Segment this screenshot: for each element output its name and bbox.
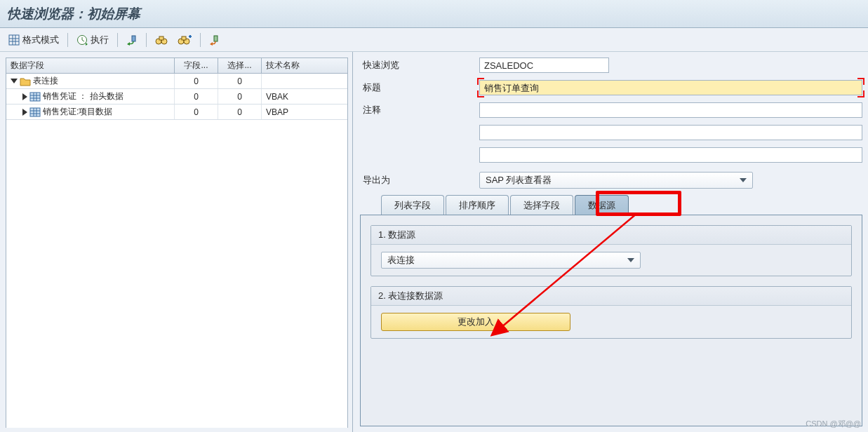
- grid-icon: [8, 34, 20, 46]
- cell: 0: [218, 74, 262, 88]
- tree-row[interactable]: 销售凭证 ： 抬头数据 0 0 VBAK: [6, 89, 347, 104]
- group-title: 2. 表连接数据源: [371, 287, 851, 306]
- col-data-field: 数据字段: [6, 58, 175, 73]
- chevron-down-icon: [740, 178, 747, 182]
- toolbar-separator: [117, 33, 118, 47]
- notes-label: 注释: [360, 104, 479, 116]
- cell: VBAP: [262, 104, 347, 119]
- cell: [262, 74, 347, 88]
- tab-data-source[interactable]: 数据源: [575, 195, 629, 215]
- svg-rect-9: [132, 36, 135, 41]
- notes-input-3[interactable]: [479, 147, 862, 163]
- expand-toggle-icon[interactable]: [22, 109, 27, 116]
- cell: VBAK: [262, 89, 347, 104]
- cell: 0: [218, 89, 262, 104]
- find-next-button[interactable]: [173, 31, 196, 49]
- svg-rect-0: [9, 35, 19, 45]
- svg-rect-12: [159, 36, 163, 40]
- tree-row[interactable]: 表连接 0 0: [6, 74, 347, 89]
- export-dropdown-value: SAP 列表查看器: [486, 174, 552, 187]
- back-button[interactable]: [122, 31, 142, 49]
- svg-rect-24: [30, 108, 40, 116]
- svg-rect-18: [214, 36, 218, 41]
- folder-icon: [20, 76, 31, 86]
- cell: 0: [175, 74, 218, 88]
- cell: 0: [175, 104, 218, 119]
- svg-rect-15: [182, 36, 186, 40]
- group-data-source: 1. 数据源 表连接: [370, 225, 852, 276]
- back-icon: [126, 34, 138, 46]
- tree-label: 销售凭证:项目数据: [43, 106, 112, 118]
- notes-input-1[interactable]: [479, 102, 862, 118]
- cell: 0: [218, 104, 262, 119]
- col-field: 字段...: [175, 58, 218, 73]
- tab-list-fields[interactable]: 列表字段: [381, 195, 444, 215]
- clock-execute-icon: [76, 34, 88, 46]
- watermark-text: CSDN @邓@@: [806, 419, 861, 429]
- tree-label: 销售凭证 ： 抬头数据: [43, 90, 123, 102]
- tab-select-fields[interactable]: 选择字段: [510, 195, 573, 215]
- group-title: 1. 数据源: [371, 226, 851, 245]
- execute-label: 执行: [91, 34, 109, 46]
- tabstrip: 列表字段 排序顺序 选择字段 数据源: [360, 195, 862, 215]
- title-field-input[interactable]: 销售订单查询: [479, 80, 862, 95]
- export-dropdown[interactable]: SAP 列表查看器: [479, 172, 753, 189]
- refresh-icon: [209, 34, 220, 46]
- col-techname: 技术名称: [262, 58, 347, 73]
- expand-toggle-icon[interactable]: [22, 93, 27, 100]
- tab-content: 1. 数据源 表连接 2. 表连接数据源 更改加入: [360, 215, 862, 426]
- field-tree-table[interactable]: 数据字段 字段... 选择... 技术名称 表连接 0 0: [6, 58, 348, 428]
- group-table-join: 2. 表连接数据源 更改加入: [370, 286, 852, 339]
- window-title: 快速浏览器：初始屏幕: [7, 5, 140, 23]
- right-panel: 快速浏览 ZSALEDOC 标题 销售订单查询 注释 导出为: [353, 52, 868, 432]
- cell: 0: [175, 89, 218, 104]
- left-panel: 数据字段 字段... 选择... 技术名称 表连接 0 0: [0, 52, 353, 432]
- refresh-button[interactable]: [205, 31, 225, 49]
- table-icon: [29, 107, 41, 117]
- toolbar-separator: [146, 33, 147, 47]
- quickview-value: ZSALEDOC: [479, 58, 609, 73]
- table-icon: [29, 92, 41, 102]
- data-source-dropdown[interactable]: 表连接: [381, 252, 641, 269]
- change-join-button[interactable]: 更改加入: [381, 313, 570, 331]
- highlight-bracket-icon: [477, 90, 484, 97]
- execute-button[interactable]: 执行: [72, 31, 113, 49]
- data-source-value: 表连接: [387, 254, 415, 266]
- tree-header: 数据字段 字段... 选择... 技术名称: [6, 58, 347, 74]
- format-mode-button[interactable]: 格式模式: [4, 31, 63, 49]
- tab-sort-order[interactable]: 排序顺序: [446, 195, 509, 215]
- col-select: 选择...: [218, 58, 262, 73]
- chevron-down-icon: [627, 258, 634, 262]
- highlight-bracket-icon: [477, 78, 484, 85]
- highlight-bracket-icon: [857, 78, 864, 85]
- tree-row[interactable]: 销售凭证:项目数据 0 0 VBAP: [6, 104, 347, 120]
- svg-marker-8: [86, 43, 88, 46]
- toolbar-separator: [67, 33, 68, 47]
- app-toolbar: 格式模式 执行: [0, 28, 868, 52]
- tree-label: 表连接: [33, 75, 58, 87]
- find-button[interactable]: [151, 31, 172, 49]
- window-titlebar: 快速浏览器：初始屏幕: [0, 0, 868, 28]
- expand-toggle-icon[interactable]: [11, 79, 18, 83]
- title-field-label: 标题: [360, 81, 479, 94]
- toolbar-separator: [200, 33, 201, 47]
- binoculars-plus-icon: [178, 34, 192, 46]
- highlight-bracket-icon: [857, 90, 864, 97]
- format-mode-label: 格式模式: [22, 34, 59, 46]
- binoculars-icon: [155, 34, 168, 46]
- svg-rect-19: [30, 93, 40, 101]
- notes-input-2[interactable]: [479, 125, 862, 140]
- export-label: 导出为: [360, 174, 479, 187]
- quickview-label: 快速浏览: [360, 59, 479, 72]
